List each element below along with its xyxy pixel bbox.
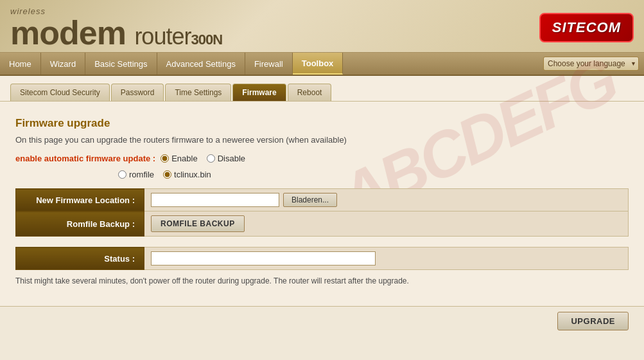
- status-cell: [144, 248, 629, 270]
- romfile-label: romfile: [129, 170, 154, 179]
- brand-modem: modem router300N: [10, 14, 222, 51]
- lang-wrapper[interactable]: Choose your language: [543, 57, 639, 71]
- tclinux-radio[interactable]: [163, 170, 171, 179]
- firmware-path-input[interactable]: [151, 193, 279, 207]
- nav-advanced-settings[interactable]: Advanced Settings: [157, 53, 245, 75]
- auto-update-radio-group: Enable Disable: [161, 154, 245, 163]
- tclinux-label: tclinux.bin: [174, 170, 211, 179]
- romfile-radio-label[interactable]: romfile: [118, 170, 154, 179]
- nav-basic-settings[interactable]: Basic Settings: [85, 53, 157, 75]
- romfile-backup-button[interactable]: ROMFILE BACKUP: [151, 215, 245, 232]
- section-description: On this page you can upgrade the routers…: [15, 135, 629, 145]
- section-title: Firmware upgrade: [15, 117, 629, 130]
- lang-selector-wrapper[interactable]: Choose your language: [538, 53, 644, 75]
- auto-update-label: enable automatic firmware update :: [15, 154, 155, 163]
- firmware-location-row: New Firmware Location : Bladeren...: [16, 189, 629, 212]
- browse-button[interactable]: Bladeren...: [283, 193, 337, 207]
- subtab-reboot[interactable]: Reboot: [288, 84, 332, 101]
- firmware-location-label: New Firmware Location :: [16, 189, 144, 212]
- logo-area: wireless modem router300N: [10, 6, 222, 50]
- disable-radio[interactable]: [207, 154, 215, 163]
- nav-items: Home Wizard Basic Settings Advanced Sett…: [0, 53, 538, 75]
- romfile-radio[interactable]: [118, 170, 126, 179]
- content-area: ABCDEFG Sitecom Cloud Security Password …: [0, 76, 644, 336]
- status-row: Status :: [16, 248, 629, 270]
- firmware-location-cell: Bladeren...: [144, 189, 629, 212]
- status-table: Status :: [15, 247, 629, 270]
- romfile-backup-row: Romfile Backup : ROMFILE BACKUP: [16, 212, 629, 237]
- enable-label: Enable: [171, 154, 197, 163]
- upgrade-button[interactable]: UPGRADE: [557, 312, 629, 330]
- subtabs: Sitecom Cloud Security Password Time Set…: [0, 76, 644, 102]
- filetype-row: romfile tclinux.bin: [15, 170, 629, 179]
- main-content: Firmware upgrade On this page you can up…: [0, 102, 644, 306]
- romfile-backup-label: Romfile Backup :: [16, 212, 144, 237]
- disable-radio-label[interactable]: Disable: [207, 154, 245, 163]
- firmware-form-table: New Firmware Location : Bladeren... Romf…: [15, 188, 629, 237]
- disable-label: Disable: [218, 154, 245, 163]
- nav-firewall[interactable]: Firewall: [245, 53, 293, 75]
- nav-wizard[interactable]: Wizard: [41, 53, 85, 75]
- subtab-time-settings[interactable]: Time Settings: [165, 84, 231, 101]
- lang-select[interactable]: Choose your language: [543, 57, 639, 71]
- status-label: Status :: [16, 248, 144, 270]
- header: wireless modem router300N SITECOM: [0, 0, 644, 53]
- enable-radio[interactable]: [161, 154, 169, 163]
- subtab-firmware[interactable]: Firmware: [232, 84, 286, 101]
- auto-update-row: enable automatic firmware update : Enabl…: [15, 154, 629, 163]
- subtab-cloud-security[interactable]: Sitecom Cloud Security: [10, 84, 110, 101]
- brand-main: modem router300N: [10, 16, 222, 50]
- romfile-backup-cell: ROMFILE BACKUP: [144, 212, 629, 237]
- navbar: Home Wizard Basic Settings Advanced Sett…: [0, 53, 644, 76]
- sitecom-logo: SITECOM: [539, 13, 634, 42]
- nav-home[interactable]: Home: [0, 53, 41, 75]
- enable-radio-label[interactable]: Enable: [161, 154, 197, 163]
- warning-text: Thist might take several minutes, don't …: [15, 276, 629, 285]
- file-input-wrapper: Bladeren...: [151, 193, 622, 207]
- tclinux-radio-label[interactable]: tclinux.bin: [163, 170, 211, 179]
- bottom-bar: UPGRADE: [0, 306, 644, 336]
- status-input[interactable]: [151, 251, 376, 266]
- nav-toolbox[interactable]: Toolbox: [293, 53, 344, 75]
- subtab-password[interactable]: Password: [111, 84, 164, 101]
